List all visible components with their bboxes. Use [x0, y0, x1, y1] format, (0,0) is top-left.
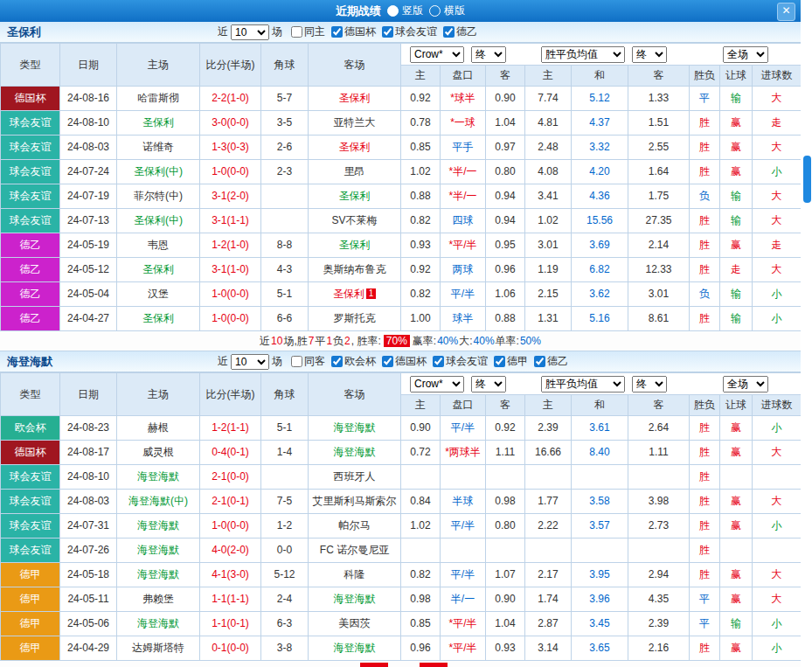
- handicap-cell: 平/半: [441, 563, 486, 587]
- avg-odds-select[interactable]: 胜平负均值: [541, 46, 625, 63]
- away-odds-cell: 1.06: [486, 282, 525, 307]
- home-team-cell: 弗赖堡: [117, 587, 200, 612]
- handicap-cell: [441, 538, 486, 563]
- filter-checkbox[interactable]: 欧会杯: [331, 354, 376, 369]
- avg-home-cell: 2.17: [525, 563, 572, 587]
- corner-cell: 2-6: [261, 135, 309, 160]
- avg-away-cell: 2.94: [628, 563, 690, 587]
- dropdown-strip: Crow* 终 胜平负均值 终 全场: [401, 44, 802, 66]
- goals-cell: 大: [753, 87, 802, 111]
- score-cell: 0-1(0-0): [200, 636, 261, 661]
- final-avg-select[interactable]: 终: [632, 376, 667, 393]
- away-odds-cell: 0.97: [486, 135, 525, 160]
- radio-horizontal-layout[interactable]: 横版: [429, 3, 465, 18]
- result-cell: 负: [690, 282, 720, 307]
- match-row: 球会友谊24-07-13圣保利(中)3-1(1-1)SV不莱梅0.82四球0.9…: [1, 209, 802, 233]
- dropdown-strip: Crow* 终 胜平负均值 终 全场: [401, 373, 802, 395]
- avg-odds-select[interactable]: 胜平负均值: [541, 376, 625, 393]
- avg-away-cell: 1.51: [628, 111, 690, 135]
- home-odds-cell: 0.88: [401, 184, 441, 209]
- filter-checkbox-input[interactable]: [534, 356, 545, 367]
- corner-cell: 5-1: [261, 282, 309, 307]
- filter-checkbox-input[interactable]: [331, 26, 343, 38]
- avg-draw-cell: 3.62: [572, 282, 628, 307]
- corner-cell: [261, 209, 309, 233]
- league-type-cell: 德国杯: [1, 441, 60, 465]
- col-header-home: 主场: [117, 373, 200, 416]
- filter-checkbox[interactable]: 球会友谊: [382, 24, 437, 39]
- score-cell: 4-1(3-0): [200, 563, 261, 587]
- handicap-result-cell: [720, 465, 753, 490]
- league-type-cell: 德甲: [1, 636, 60, 661]
- home-team-cell: 诺维奇: [117, 135, 200, 160]
- filter-checkbox[interactable]: 同主: [291, 24, 325, 39]
- goals-cell: 大: [753, 563, 802, 587]
- odds-company-select[interactable]: Crow*: [410, 46, 464, 63]
- date-cell: 24-08-10: [60, 465, 117, 490]
- date-cell: 24-07-31: [60, 514, 117, 538]
- filter-checkbox[interactable]: 德国杯: [382, 354, 427, 369]
- filter-checkbox-input[interactable]: [443, 26, 455, 38]
- filter-checkbox-input[interactable]: [382, 26, 393, 38]
- odds-company-select[interactable]: Crow*: [410, 376, 464, 393]
- score-cell: 0-4(0-1): [200, 441, 261, 465]
- scope-select[interactable]: 全场: [723, 376, 768, 393]
- final-odds-select[interactable]: 终: [471, 46, 506, 63]
- col-subheader-handicap-result: 让球: [720, 395, 753, 416]
- filter-checkbox-input[interactable]: [291, 356, 302, 367]
- away-odds-cell: 1.07: [486, 563, 525, 587]
- score-cell: 3-1(1-1): [200, 209, 261, 233]
- scrollbar-thumb[interactable]: [803, 156, 811, 203]
- recent-count-select[interactable]: 10: [231, 24, 269, 40]
- dialog-title: 近期战绩: [336, 3, 381, 19]
- filter-checkbox[interactable]: 球会友谊: [433, 354, 488, 369]
- handicap-cell: 平/半: [441, 416, 486, 441]
- league-type-cell: 德甲: [1, 587, 60, 612]
- filter-checkbox-input[interactable]: [331, 356, 343, 367]
- away-team-cell: SV不莱梅: [309, 209, 401, 233]
- filter-checkbox[interactable]: 同客: [291, 354, 325, 369]
- away-odds-cell: 0.96: [486, 258, 525, 282]
- home-odds-cell: 0.92: [401, 87, 441, 111]
- filter-checkbox[interactable]: 德甲: [494, 354, 528, 369]
- away-team-cell: 艾里斯利马斯索尔: [309, 490, 401, 514]
- handicap-cell: *半/一: [441, 160, 486, 184]
- match-row: 德甲24-04-29达姆斯塔特0-1(0-0)3-8海登海默0.96*平/半0.…: [1, 636, 802, 661]
- recent-count-select[interactable]: 10: [231, 354, 269, 370]
- avg-draw-cell: [572, 465, 628, 490]
- handicap-cell: 半/一: [441, 587, 486, 612]
- filter-checkbox[interactable]: 德乙: [443, 24, 477, 39]
- handicap-result-cell: 输: [720, 87, 753, 111]
- match-row: 球会友谊24-08-10圣保利3-0(0-0)3-5亚特兰大0.78*一球1.0…: [1, 111, 802, 135]
- result-cell: 胜: [690, 416, 720, 441]
- handicap-result-cell: 赢: [720, 416, 753, 441]
- filter-checkbox-input[interactable]: [433, 356, 444, 367]
- filter-checkbox-label: 球会友谊: [395, 24, 437, 39]
- corner-cell: 5-1: [261, 416, 309, 441]
- date-cell: 24-08-03: [60, 490, 117, 514]
- result-cell: 胜: [690, 111, 720, 135]
- final-odds-select[interactable]: 终: [471, 376, 506, 393]
- filter-checkbox[interactable]: 德乙: [534, 354, 568, 369]
- scope-select[interactable]: 全场: [723, 46, 768, 63]
- home-team-cell: 海登海默: [117, 514, 200, 538]
- avg-home-cell: 4.81: [525, 111, 572, 135]
- avg-draw-cell: 5.16: [572, 307, 628, 331]
- corner-cell: 3-5: [261, 111, 309, 135]
- filter-checkbox-input[interactable]: [382, 356, 393, 367]
- handicap-cell: *两球半: [441, 441, 486, 465]
- home-team-cell: 圣保利: [117, 307, 200, 331]
- col-subheader-away-odds: 客: [486, 395, 525, 416]
- close-icon[interactable]: ✕: [777, 3, 795, 21]
- filter-checkbox-input[interactable]: [494, 356, 505, 367]
- final-avg-select[interactable]: 终: [632, 46, 667, 63]
- radio-vertical-layout[interactable]: 竖版: [387, 3, 423, 18]
- away-team-cell: 圣保利1: [309, 282, 401, 307]
- avg-home-cell: 2.48: [525, 135, 572, 160]
- away-odds-cell: 0.90: [486, 587, 525, 612]
- result-cell: 胜: [690, 490, 720, 514]
- filter-checkbox-input[interactable]: [291, 26, 302, 38]
- col-subheader-avg-draw: 和: [572, 395, 628, 416]
- home-team-cell: 海登海默: [117, 465, 200, 490]
- filter-checkbox[interactable]: 德国杯: [331, 24, 376, 39]
